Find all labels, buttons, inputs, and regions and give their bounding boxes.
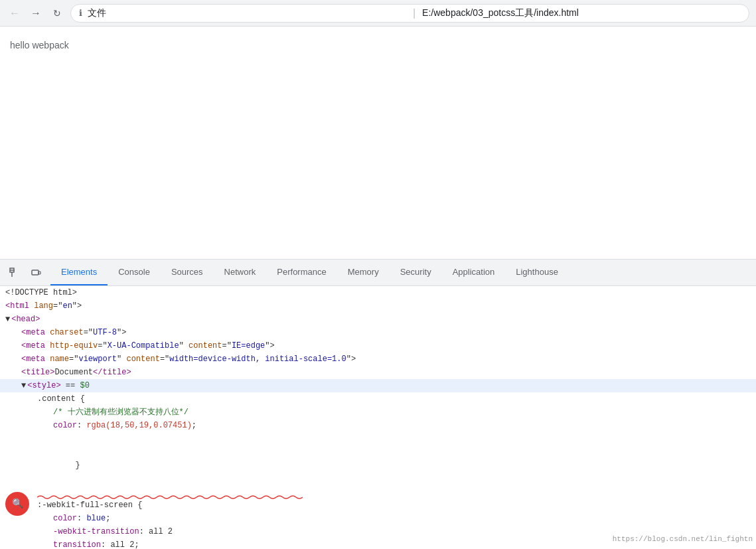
code-line-meta-http: <meta http-equiv =" X-UA-Compatible " co… [0, 339, 756, 353]
tab-sources[interactable]: Sources [161, 260, 214, 285]
code-line-meta-viewport: <meta name =" viewport " content =" widt… [0, 353, 756, 366]
code-line-closing-brace: } [0, 445, 756, 499]
inspect-element-button[interactable] [5, 264, 24, 282]
reload-button[interactable]: ↻ [49, 5, 65, 21]
devtools-toolbar: Elements Console Sources Network Perform… [0, 260, 756, 286]
code-line-webkit-full-screen: :-webkit-full-screen { [0, 499, 756, 512]
tab-console[interactable]: Console [108, 260, 161, 285]
page-hello-text: hello webpack [0, 27, 756, 64]
forward-button[interactable]: → [28, 5, 44, 21]
back-icon: ← [9, 7, 20, 19]
search-icon: 🔍 [12, 497, 23, 510]
reload-icon: ↻ [53, 8, 61, 19]
code-line-empty [0, 432, 756, 445]
svg-rect-4 [38, 272, 40, 274]
svg-rect-3 [32, 270, 38, 275]
tab-security[interactable]: Security [390, 260, 442, 285]
code-line-color-blue: color : blue ; [0, 512, 756, 525]
devtools-icon-group [0, 264, 50, 282]
info-icon: ℹ [79, 8, 82, 18]
back-button[interactable]: ← [7, 5, 23, 21]
watermark-text: https://blog.csdn.net/lin_fightn [613, 532, 753, 546]
tab-application[interactable]: Application [442, 260, 506, 285]
url-prefix: 文件 [88, 7, 406, 19]
address-bar[interactable]: ℹ 文件 | E:/webpack/03_potcss工具/index.html [70, 4, 749, 23]
url-path: E:/webpack/03_potcss工具/index.html [422, 7, 741, 19]
devtools-tabs: Elements Console Sources Network Perform… [50, 260, 569, 285]
cursor-icon [9, 268, 20, 278]
code-line-html: <html lang =" en "> [0, 299, 756, 313]
forward-icon: → [31, 7, 41, 19]
device-icon [31, 268, 41, 278]
search-overlay-button[interactable]: 🔍 [5, 492, 29, 516]
code-line-meta-charset: <meta charset =" UTF-8 "> [0, 326, 756, 339]
tab-network[interactable]: Network [214, 260, 267, 285]
code-line-comment: /* 十六进制有些浏览器不支持八位*/ [0, 406, 756, 419]
url-separator: | [413, 7, 416, 19]
code-line-doctype: <!DOCTYPE html> [0, 286, 756, 299]
tab-memory[interactable]: Memory [337, 260, 390, 285]
device-toolbar-button[interactable] [27, 264, 45, 282]
page-content-area: hello webpack [0, 27, 756, 259]
code-line-head: ▼ <head> [0, 313, 756, 326]
tab-elements[interactable]: Elements [50, 260, 108, 285]
tab-lighthouse[interactable]: Lighthouse [505, 260, 569, 285]
tab-performance[interactable]: Performance [266, 260, 337, 285]
wavy-underline-svg [37, 494, 303, 499]
devtools-panel: Elements Console Sources Network Perform… [0, 259, 756, 549]
browser-bar: ← → ↻ ℹ 文件 | E:/webpack/03_potcss工具/inde… [0, 0, 756, 27]
code-line-style: ▼ <style> == $0 [0, 379, 756, 392]
code-line-title: <title> Document </title> [0, 366, 756, 379]
devtools-code-area: ⋯ 🔍 <!DOCTYPE html> <html lang =" en "> … [0, 286, 756, 549]
code-line-content-selector: .content { [0, 392, 756, 406]
code-line-color-rgba: color : rgba(18,50,19,0.07451) ; [0, 419, 756, 432]
